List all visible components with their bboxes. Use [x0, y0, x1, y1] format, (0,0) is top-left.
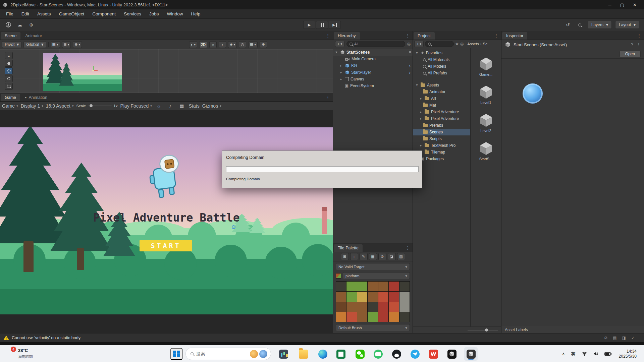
brush-dropdown[interactable]: Default Brush▾	[336, 324, 410, 331]
hierarchy-search[interactable]	[346, 41, 405, 47]
scene-camera-preview[interactable]	[43, 53, 122, 91]
grid-visibility-dropdown[interactable]: ▦▾	[51, 41, 60, 48]
project-hidden-icon[interactable]: ◎	[460, 42, 464, 46]
folder-scripts[interactable]: Scripts	[413, 135, 470, 142]
hierarchy-item-bg[interactable]: ▸ BG ›	[333, 62, 413, 69]
taskbar-app-wechat[interactable]	[353, 347, 367, 361]
tray-chevron-up-icon[interactable]: ∧	[559, 351, 568, 356]
move-gizmo[interactable]	[89, 67, 97, 75]
taskbar-app-file-explorer[interactable]	[297, 347, 310, 361]
expand-icon[interactable]: ▸	[419, 117, 423, 120]
global-search-button[interactable]	[576, 21, 584, 29]
favorite-all-prefabs[interactable]: All Prefabs	[413, 70, 470, 76]
tile-move-tool[interactable]: +	[350, 253, 358, 260]
expand-icon[interactable]: ▸	[339, 77, 343, 81]
folder-textmesh-pro[interactable]: ▸TextMesh Pro	[413, 142, 470, 149]
rotate-tool-button[interactable]	[5, 75, 13, 82]
tab-game[interactable]: Game	[1, 94, 20, 101]
asset-game-scene[interactable]: Game...	[471, 56, 501, 76]
menu-window[interactable]: Window	[163, 9, 187, 18]
folder-art[interactable]: ▸Art	[413, 95, 470, 102]
hierarchy-create-button[interactable]: +▾	[335, 41, 344, 47]
grid-snap-dropdown[interactable]: ⊞▾	[62, 41, 71, 48]
step-button[interactable]: ▶	[329, 21, 341, 29]
layers-status-icon[interactable]: ▤	[613, 336, 616, 340]
rect-tool-button[interactable]	[5, 83, 13, 90]
minimize-button[interactable]: ─	[608, 2, 611, 7]
maximize-button[interactable]: ▢	[620, 2, 624, 7]
tab-animation[interactable]: ●Animation	[21, 94, 51, 101]
layout-status-icon[interactable]: ◨	[622, 336, 626, 340]
prefab-open-arrow[interactable]: ›	[409, 63, 411, 68]
tab-tile-palette[interactable]: Tile Palette	[334, 244, 363, 252]
move-tool-button[interactable]	[5, 67, 13, 74]
expand-icon[interactable]: ▸	[339, 71, 343, 74]
taskbar-search[interactable]: 搜索	[185, 348, 271, 360]
favorite-all-materials[interactable]: All Materials	[413, 56, 470, 63]
asset-startscenes-scene[interactable]: StartS...	[471, 141, 501, 161]
breadcrumb-root[interactable]: Assets	[467, 42, 479, 46]
snap-increment-dropdown[interactable]: ⊕▾	[73, 41, 82, 48]
taskbar-app-excel[interactable]	[334, 347, 347, 361]
play-focused-dropdown[interactable]: Play Focused▾	[120, 102, 152, 110]
scene-audio-toggle[interactable]: ♪	[219, 41, 226, 48]
expand-icon[interactable]: ▼	[415, 51, 419, 55]
expand-icon[interactable]: ▸	[419, 110, 423, 114]
volume-icon[interactable]	[590, 352, 601, 356]
taskbar-app-monitor[interactable]	[277, 347, 290, 361]
menu-help[interactable]: Help	[187, 9, 204, 18]
console-status-message[interactable]: Cannot use 'velocity' on a static body.	[12, 336, 81, 340]
folder-animator[interactable]: Animator	[413, 88, 470, 95]
project-panel-menu-icon[interactable]: ⋮	[494, 33, 498, 38]
asset-level2-scene[interactable]: Level2	[471, 113, 501, 133]
project-search-input[interactable]	[433, 42, 451, 46]
asset-context-menu-icon[interactable]: ⋮	[637, 42, 641, 47]
palette-dropdown[interactable]: platform▾	[343, 272, 410, 279]
tile-select-tool[interactable]: ⊞	[341, 253, 349, 260]
menu-component[interactable]: Component	[88, 9, 120, 18]
cloud-services-button[interactable]: ☁	[15, 21, 24, 29]
game-panel-menu-icon[interactable]: ⋮	[326, 95, 330, 100]
2d-mode-toggle[interactable]: 2D	[199, 41, 207, 48]
favorite-all-models[interactable]: All Models	[413, 63, 470, 70]
expand-icon[interactable]: ▸	[419, 144, 423, 147]
scene-panel-menu-icon[interactable]: ⋮	[326, 33, 330, 38]
start-button[interactable]	[170, 348, 182, 360]
pause-button[interactable]	[316, 21, 328, 29]
stats-toggle[interactable]: Stats	[189, 102, 200, 110]
metrics-toggle[interactable]: ▦	[177, 102, 186, 110]
scene-effects-dropdown[interactable]: ◈▾	[228, 41, 237, 48]
expand-icon[interactable]: ▼	[334, 51, 338, 54]
game-start-button[interactable]: START	[140, 240, 192, 251]
favorites-root[interactable]: ▼★Favorites	[413, 50, 470, 56]
taskbar-app-unity-editor[interactable]	[464, 347, 478, 361]
tile-palette-menu-icon[interactable]: ⋮	[406, 245, 410, 250]
mute-audio-toggle[interactable]: ♪	[166, 102, 175, 110]
tab-inspector[interactable]: Inspector	[502, 32, 527, 40]
tile-picker-tool[interactable]: ⊙	[378, 253, 386, 260]
tab-hierarchy[interactable]: Hierarchy	[334, 32, 360, 40]
tab-animator[interactable]: Animator	[21, 32, 46, 40]
play-button[interactable]: ▶	[303, 21, 315, 29]
display-dropdown[interactable]: Display 1▾	[21, 102, 43, 110]
menu-gameobject[interactable]: GameObject	[55, 9, 89, 18]
hand-tool-button[interactable]	[5, 60, 13, 67]
global-dropdown[interactable]: Global▾	[23, 41, 46, 48]
taskbar-app-unity-hub[interactable]	[445, 347, 459, 361]
menu-edit[interactable]: Edit	[17, 9, 33, 18]
scene-camera-dropdown[interactable]: ▦▾	[248, 41, 258, 48]
pivot-dropdown[interactable]: Pivot▾	[2, 41, 21, 48]
expand-icon[interactable]: ▼	[415, 83, 419, 87]
expand-icon[interactable]: ▸	[339, 64, 343, 67]
scene-viewport[interactable]: ≡	[0, 49, 333, 93]
assets-root[interactable]: ▼Assets	[413, 82, 470, 88]
taskbar-app-telegram[interactable]	[408, 347, 422, 361]
help-icon[interactable]: ?	[631, 42, 633, 47]
tools-collapse-button[interactable]: ≡	[5, 52, 13, 59]
scale-slider-knob[interactable]	[90, 104, 93, 107]
tile-box-fill-tool[interactable]: ▦	[369, 253, 377, 260]
vsync-toggle[interactable]: ☼	[155, 102, 163, 110]
asset-zoom-knob[interactable]	[485, 328, 488, 331]
project-favorite-icon[interactable]: ★	[455, 42, 459, 46]
folder-pixel-adventure-1[interactable]: ▸Pixel Adventure	[413, 109, 470, 115]
